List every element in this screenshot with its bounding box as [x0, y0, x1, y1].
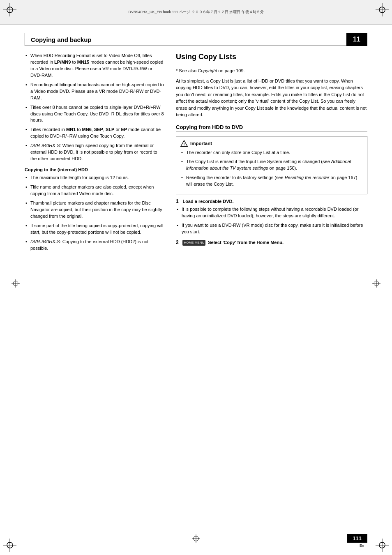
intro-paragraph: At its simplest, a Copy List is just a l…	[176, 78, 367, 118]
corner-mark-bl	[3, 539, 16, 552]
list-item: DVR-940HX-S: When high-speed copying fro…	[25, 143, 164, 162]
list-item: Recordings of bilingual broadcasts canno…	[25, 82, 164, 101]
important-list: The recorder can only store one Copy Lis…	[180, 150, 363, 188]
list-item: When HDD Recording Format is set to Vide…	[25, 53, 164, 79]
list-item: If some part of the title being copied i…	[25, 223, 164, 236]
svg-text:!: !	[184, 142, 185, 146]
list-item: If you want to use a DVD-RW (VR mode) di…	[176, 222, 367, 235]
list-item: Titles over 8 hours cannot be copied to …	[25, 104, 164, 124]
internal-hdd-list: The maximum title length for copying is …	[25, 175, 164, 251]
side-mark-right	[372, 279, 380, 288]
important-header: ! Important	[180, 140, 363, 147]
step-1-heading: 1 Load a recordable DVD.	[176, 198, 367, 204]
left-column: When HDD Recording Format is set to Vide…	[25, 53, 164, 254]
step-1: 1 Load a recordable DVD. It is possible …	[176, 198, 367, 235]
corner-mark-tr	[376, 3, 389, 16]
step-2: 2 HOME MENU Select 'Copy' from the Home …	[176, 239, 367, 246]
list-item: Titles recorded in MN1 to MN6, SEP, SLP …	[25, 127, 164, 140]
chapter-number: 11	[346, 33, 367, 46]
list-item: The Copy List is erased if the Input Lin…	[180, 159, 363, 172]
side-mark-left	[12, 279, 20, 288]
right-column: Using Copy Lists * See also Copyright on…	[176, 53, 367, 254]
bottom-center-mark	[192, 534, 200, 543]
see-also-text: * See also Copyright on page 109.	[176, 67, 367, 74]
list-item: Title name and chapter markers are also …	[25, 184, 164, 197]
corner-mark-br	[376, 539, 389, 552]
step-1-list: It is possible to complete the following…	[176, 206, 367, 235]
page-number-box: 111	[347, 534, 367, 543]
page-number-sub: En	[360, 543, 364, 548]
list-item: Thumbnail picture markers and chapter ma…	[25, 200, 164, 220]
copying-from-hdd-heading: Copying from HDD to DVD	[176, 124, 367, 132]
important-box: ! Important The recorder can only store …	[176, 136, 367, 195]
main-columns: When HDD Recording Format is set to Vide…	[25, 53, 367, 254]
list-item: The recorder can only store one Copy Lis…	[180, 150, 363, 156]
list-item: It is possible to complete the following…	[176, 206, 367, 219]
print-info-text: DVR940HX_UK_EN.book 111 ページ ２００６年７月１２日 水…	[128, 9, 263, 15]
step-2-title: Select 'Copy' from the Home Menu.	[208, 240, 284, 245]
list-item: DVR-940HX-S: Copying to the external HDD…	[25, 239, 164, 252]
using-copy-lists-title: Using Copy Lists	[176, 53, 367, 63]
warning-triangle-icon: !	[180, 140, 188, 147]
list-item: The maximum title length for copying is …	[25, 175, 164, 181]
page-header: Copying and backup 11	[25, 33, 367, 46]
steps-container: 1 Load a recordable DVD. It is possible …	[176, 198, 367, 246]
chapter-title: Copying and backup	[25, 33, 346, 46]
list-item: Resetting the recorder to its factory se…	[180, 175, 363, 188]
print-info-bar: DVR940HX_UK_EN.book 111 ページ ２００６年７月１２日 水…	[0, 0, 392, 25]
intro-bullet-list: When HDD Recording Format is set to Vide…	[25, 53, 164, 162]
step-2-heading: 2 HOME MENU Select 'Copy' from the Home …	[176, 239, 367, 246]
corner-mark-tl	[3, 3, 16, 16]
internal-hdd-heading: Copying to the (internal) HDD	[25, 167, 164, 172]
home-menu-icon: HOME MENU	[182, 240, 205, 246]
